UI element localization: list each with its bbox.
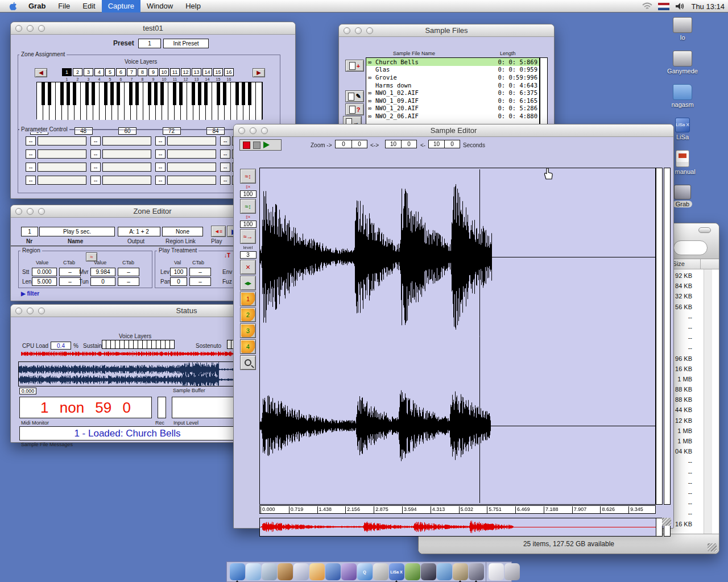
wave-shift-tool-button[interactable]: ≈→ (240, 229, 256, 244)
black-key[interactable] (242, 82, 246, 105)
keyboard[interactable] (36, 82, 263, 119)
voice-layer-button[interactable]: 9 (148, 68, 158, 76)
black-key[interactable] (248, 82, 252, 105)
dock-icon-grab-dock[interactable] (469, 563, 484, 580)
zoom-tool-button[interactable] (240, 355, 256, 370)
param-target-select[interactable] (167, 149, 216, 159)
param-source-field[interactable]: -- (90, 163, 101, 172)
name-column-header[interactable]: Sample File Name (393, 51, 435, 56)
level-field[interactable]: 3 (240, 251, 257, 259)
param-target-select[interactable] (102, 176, 151, 185)
dock-icon-itunes[interactable] (293, 563, 309, 580)
voice-layer-button[interactable]: 13 (192, 68, 201, 76)
voice-layer-button[interactable]: 15 (213, 68, 223, 76)
black-key[interactable] (148, 82, 152, 105)
black-key[interactable] (117, 82, 121, 105)
voice-layer-button[interactable]: 1 (62, 68, 72, 76)
filter-disclosure[interactable]: ▶ filter (21, 290, 39, 297)
menu-item[interactable]: Window (140, 0, 179, 13)
zoom-field-5[interactable]: 10 (428, 140, 445, 148)
tun-ctab-select[interactable]: – (118, 277, 139, 286)
black-key[interactable] (135, 82, 139, 105)
lev-ctab-select[interactable]: – (189, 268, 211, 276)
time-ruler[interactable]: 0.0000.7191.4382.1562.8753.5944.3135.032… (259, 505, 656, 514)
len-ctab-select[interactable]: – (59, 277, 81, 286)
param-target-select[interactable] (167, 136, 216, 146)
sample-file-row[interactable]: ∞ NWO_1_09.AIF 0: 0: 6:165 (366, 97, 539, 105)
marker-1-button[interactable]: 1 (240, 292, 256, 306)
voice-layer-button[interactable]: 6 (116, 68, 126, 76)
reverse-tool-button[interactable]: ◀▶ (240, 276, 256, 290)
play-zone-button[interactable]: ◄≡ (211, 226, 226, 237)
black-key[interactable] (154, 82, 158, 105)
voice-layer-button[interactable]: 5 (105, 68, 115, 76)
black-key[interactable] (104, 82, 108, 105)
marker-3-button[interactable]: 3 (240, 323, 256, 338)
marker-4-button[interactable]: 4 (240, 339, 256, 354)
resize-grip[interactable] (662, 518, 671, 526)
desktop-icon[interactable]: Ganymede (655, 51, 710, 74)
zoom-field-1[interactable]: 0 (335, 140, 352, 148)
black-key[interactable] (60, 82, 64, 105)
zoom-field-4[interactable]: 0 (401, 140, 417, 148)
param-source-field[interactable]: -- (155, 149, 166, 159)
param-source-field[interactable]: -- (155, 176, 166, 185)
param-source-field[interactable]: -- (90, 149, 101, 159)
apple-menu[interactable] (0, 0, 22, 13)
black-key[interactable] (204, 82, 208, 105)
menu-item[interactable]: Capture (102, 0, 140, 13)
voice-layer-button[interactable]: 12 (181, 68, 191, 76)
toolbar-toggle-pill[interactable] (698, 227, 711, 233)
black-key[interactable] (235, 82, 239, 105)
param-source-field[interactable]: -- (220, 176, 230, 185)
black-key[interactable] (198, 82, 202, 105)
param-target-select[interactable] (167, 163, 216, 172)
dock-icon-trash[interactable] (504, 563, 520, 580)
sample-file-row[interactable]: ∞ Grovie 0: 0:59:996 (366, 73, 539, 81)
dock-icon-safari[interactable] (246, 563, 261, 580)
voice-layer-button[interactable]: 10 (159, 68, 169, 76)
dock-icon-mail[interactable] (262, 563, 277, 580)
dock-icon-ichat[interactable] (437, 563, 452, 580)
param-target-select[interactable] (102, 163, 151, 172)
black-key[interactable] (179, 82, 183, 105)
column-divider[interactable] (700, 259, 701, 269)
tun-field[interactable]: 0 (90, 277, 115, 286)
dock-icon-quicktime[interactable]: Q (357, 563, 373, 580)
black-key[interactable] (92, 82, 96, 105)
zoom-slider-vertical-1[interactable] (656, 168, 663, 505)
param-target-select[interactable] (38, 136, 86, 146)
black-key[interactable] (42, 82, 46, 105)
title-bar[interactable]: Sample Files (339, 24, 554, 37)
mvr-ctab-select[interactable]: – (118, 268, 139, 276)
output-select[interactable]: A: 1 + 2 (118, 227, 160, 236)
gain-mid-field[interactable]: 100 (240, 221, 257, 228)
wifi-icon[interactable] (642, 2, 652, 10)
volume-icon[interactable] (675, 2, 685, 10)
search-field[interactable] (673, 240, 708, 255)
dock-icon-audio-app[interactable] (373, 563, 388, 580)
play-button[interactable] (263, 142, 270, 148)
title-bar[interactable]: test01 (11, 22, 295, 35)
black-key[interactable] (85, 82, 89, 105)
preset-number-field[interactable]: 1 (138, 39, 161, 48)
sample-file-row[interactable]: ∞ NWO_1_20.AIF 0: 0: 5:286 (366, 105, 539, 113)
overview-waveform[interactable] (259, 518, 657, 537)
black-key[interactable] (67, 82, 71, 105)
black-key[interactable] (223, 82, 227, 105)
menu-item[interactable]: Help (179, 0, 207, 13)
marker-2-button[interactable]: 2 (240, 307, 256, 322)
dock-icon-preview-app[interactable] (453, 563, 468, 580)
param-source-field[interactable]: -- (220, 149, 230, 159)
length-column-header[interactable]: Length (500, 51, 516, 56)
menu-item[interactable]: Edit (76, 0, 101, 13)
black-key[interactable] (129, 82, 133, 105)
black-key[interactable] (48, 82, 52, 105)
flag-input-menu-icon[interactable] (658, 3, 669, 10)
param-target-select[interactable] (102, 136, 151, 146)
finder-scrollbar[interactable] (704, 269, 712, 534)
param-source-field[interactable]: -- (220, 163, 230, 172)
dock-icon-divider[interactable] (486, 562, 486, 581)
zoom-field-6[interactable]: 0 (444, 140, 460, 148)
voice-layer-button[interactable]: 11 (170, 68, 180, 76)
